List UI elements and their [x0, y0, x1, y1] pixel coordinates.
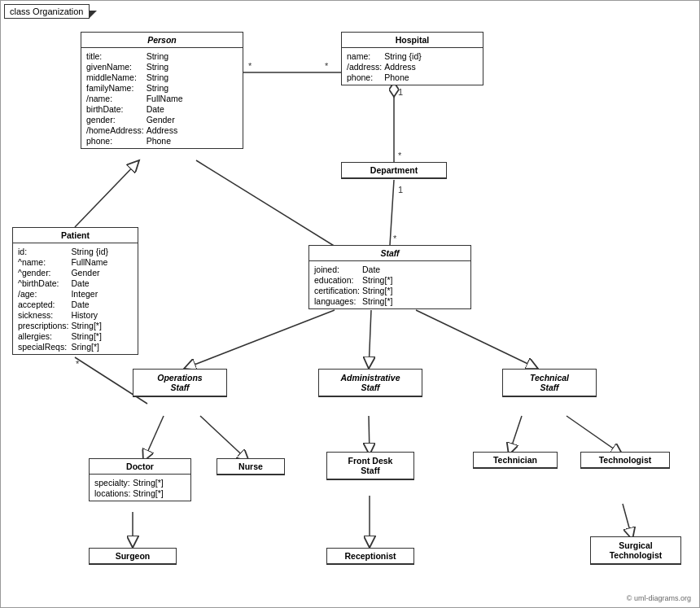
surgical-technologist-class: SurgicalTechnologist: [590, 536, 681, 565]
surgeon-header: Surgeon: [90, 549, 176, 564]
svg-line-23: [509, 416, 522, 455]
operations-staff-header: OperationsStaff: [133, 370, 226, 396]
svg-text:*: *: [398, 151, 402, 160]
hospital-header: Hospital: [342, 33, 483, 48]
hospital-class: Hospital name:String {id} /address:Addre…: [341, 32, 483, 85]
svg-text:1: 1: [398, 185, 403, 195]
operations-staff-class: OperationsStaff: [133, 369, 227, 397]
svg-line-9: [390, 180, 394, 245]
diagram-container: class Organization * * 1 *: [0, 0, 700, 608]
administrative-staff-class: AdministrativeStaff: [318, 369, 422, 397]
staff-class: Staff joined:Date education:String[*] ce…: [308, 245, 471, 309]
front-desk-staff-header: Front DeskStaff: [327, 453, 413, 479]
technical-staff-header: TechnicalStaff: [503, 370, 596, 396]
patient-header: Patient: [13, 228, 138, 243]
patient-body: id:String {id} ^name:FullName ^gender:Ge…: [13, 243, 138, 354]
svg-line-17: [184, 310, 335, 369]
svg-line-22: [369, 416, 370, 455]
department-class: Department: [341, 162, 447, 179]
svg-line-24: [567, 416, 623, 455]
patient-class: Patient id:String {id} ^name:FullName ^g…: [12, 227, 138, 355]
nurse-class: Nurse: [217, 458, 285, 475]
department-header: Department: [342, 163, 446, 178]
svg-text:*: *: [76, 359, 80, 369]
doctor-class: Doctor specialty:String[*] locations:Str…: [89, 458, 191, 501]
svg-text:1: 1: [398, 87, 403, 97]
svg-text:*: *: [325, 61, 329, 71]
svg-line-19: [416, 310, 538, 369]
staff-body: joined:Date education:String[*] certific…: [309, 261, 470, 308]
person-body: title:String givenName:String middleName…: [81, 48, 243, 148]
svg-line-27: [623, 504, 632, 540]
receptionist-class: Receptionist: [326, 548, 414, 565]
svg-line-18: [369, 310, 371, 369]
svg-text:*: *: [393, 234, 397, 243]
technical-staff-class: TechnicalStaff: [502, 369, 597, 397]
svg-line-12: [75, 160, 139, 227]
front-desk-staff-class: Front DeskStaff: [326, 452, 414, 480]
doctor-header: Doctor: [90, 459, 190, 475]
nurse-header: Nurse: [217, 459, 284, 475]
receptionist-header: Receptionist: [327, 549, 413, 564]
svg-line-20: [143, 416, 164, 461]
technologist-class: Technologist: [580, 452, 670, 469]
technician-class: Technician: [473, 452, 558, 469]
technologist-header: Technologist: [581, 453, 669, 468]
frame-label: class Organization: [4, 4, 90, 19]
svg-text:*: *: [248, 61, 252, 71]
person-class: Person title:String givenName:String mid…: [81, 32, 243, 149]
person-header: Person: [81, 33, 243, 48]
surgeon-class: Surgeon: [89, 548, 177, 565]
staff-header: Staff: [309, 246, 470, 261]
technician-header: Technician: [474, 453, 557, 468]
hospital-body: name:String {id} /address:Address phone:…: [342, 48, 483, 85]
administrative-staff-header: AdministrativeStaff: [319, 370, 422, 396]
doctor-body: specialty:String[*] locations:String[*]: [90, 475, 190, 501]
surgical-technologist-header: SurgicalTechnologist: [591, 537, 680, 564]
svg-line-21: [200, 416, 249, 461]
watermark: © uml-diagrams.org: [627, 594, 691, 602]
